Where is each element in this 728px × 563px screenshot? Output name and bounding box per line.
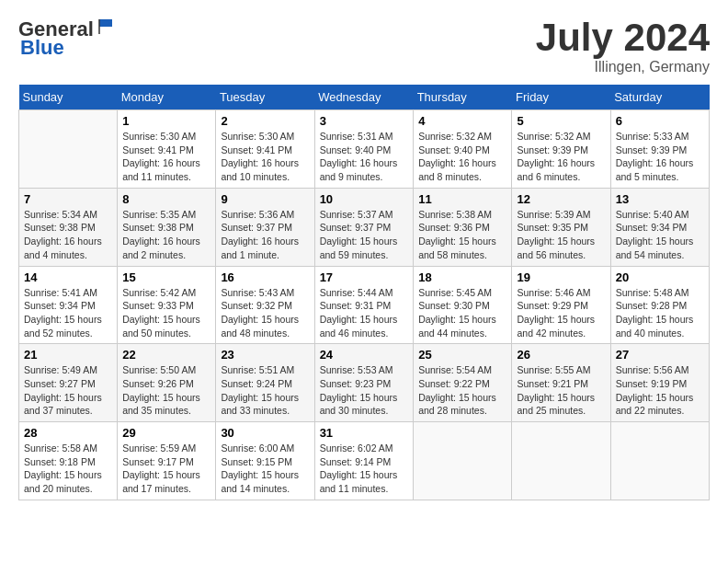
day-info: Sunrise: 5:32 AM Sunset: 9:39 PM Dayligh… <box>517 130 605 184</box>
day-number: 22 <box>122 348 210 362</box>
day-info: Sunrise: 5:46 AM Sunset: 9:29 PM Dayligh… <box>517 286 605 340</box>
column-header-saturday: Saturday <box>610 85 709 110</box>
day-info: Sunrise: 5:54 AM Sunset: 9:22 PM Dayligh… <box>418 363 506 418</box>
day-info: Sunrise: 5:43 AM Sunset: 9:32 PM Dayligh… <box>221 286 309 340</box>
calendar-cell: 31Sunrise: 6:02 AM Sunset: 9:14 PM Dayli… <box>314 422 414 500</box>
logo-flag-icon <box>97 17 114 34</box>
day-info: Sunrise: 5:36 AM Sunset: 9:37 PM Dayligh… <box>221 208 309 262</box>
day-number: 9 <box>221 192 309 206</box>
calendar-cell <box>19 110 118 189</box>
calendar-cell: 7Sunrise: 5:34 AM Sunset: 9:38 PM Daylig… <box>19 188 118 266</box>
calendar-cell: 6Sunrise: 5:33 AM Sunset: 9:39 PM Daylig… <box>610 110 709 189</box>
day-number: 1 <box>122 114 210 128</box>
day-number: 19 <box>517 270 605 284</box>
day-info: Sunrise: 5:37 AM Sunset: 9:37 PM Dayligh… <box>320 208 409 262</box>
day-info: Sunrise: 5:30 AM Sunset: 9:41 PM Dayligh… <box>122 130 210 184</box>
calendar-cell: 30Sunrise: 6:00 AM Sunset: 9:15 PM Dayli… <box>216 422 314 500</box>
day-number: 16 <box>221 270 309 284</box>
calendar-cell: 14Sunrise: 5:41 AM Sunset: 9:34 PM Dayli… <box>19 266 118 344</box>
calendar-cell: 17Sunrise: 5:44 AM Sunset: 9:31 PM Dayli… <box>314 266 414 344</box>
calendar-cell: 9Sunrise: 5:36 AM Sunset: 9:37 PM Daylig… <box>216 188 314 266</box>
calendar-cell: 15Sunrise: 5:42 AM Sunset: 9:33 PM Dayli… <box>118 266 216 344</box>
calendar-cell: 2Sunrise: 5:30 AM Sunset: 9:41 PM Daylig… <box>216 110 314 189</box>
day-number: 2 <box>221 114 309 128</box>
calendar-cell: 16Sunrise: 5:43 AM Sunset: 9:32 PM Dayli… <box>216 266 314 344</box>
calendar-table: SundayMondayTuesdayWednesdayThursdayFrid… <box>18 85 710 500</box>
day-number: 26 <box>517 348 605 362</box>
day-number: 29 <box>122 426 210 440</box>
week-row-3: 14Sunrise: 5:41 AM Sunset: 9:34 PM Dayli… <box>19 266 710 344</box>
day-info: Sunrise: 5:45 AM Sunset: 9:30 PM Dayligh… <box>418 286 506 340</box>
day-info: Sunrise: 5:41 AM Sunset: 9:34 PM Dayligh… <box>24 286 112 340</box>
day-info: Sunrise: 5:38 AM Sunset: 9:36 PM Dayligh… <box>418 208 506 262</box>
column-header-friday: Friday <box>512 85 610 110</box>
logo-blue: Blue <box>20 37 64 59</box>
calendar-cell <box>610 422 709 500</box>
calendar-cell: 23Sunrise: 5:51 AM Sunset: 9:24 PM Dayli… <box>216 344 314 422</box>
day-number: 10 <box>320 192 409 206</box>
day-info: Sunrise: 5:55 AM Sunset: 9:21 PM Dayligh… <box>517 363 605 418</box>
day-info: Sunrise: 6:00 AM Sunset: 9:15 PM Dayligh… <box>221 442 309 496</box>
calendar-cell: 26Sunrise: 5:55 AM Sunset: 9:21 PM Dayli… <box>512 344 610 422</box>
day-number: 6 <box>616 114 704 128</box>
week-row-2: 7Sunrise: 5:34 AM Sunset: 9:38 PM Daylig… <box>19 188 710 266</box>
day-number: 11 <box>418 192 506 206</box>
calendar-cell: 11Sunrise: 5:38 AM Sunset: 9:36 PM Dayli… <box>414 188 512 266</box>
day-number: 23 <box>221 348 309 362</box>
column-header-tuesday: Tuesday <box>216 85 314 110</box>
day-info: Sunrise: 5:50 AM Sunset: 9:26 PM Dayligh… <box>122 363 210 418</box>
week-row-4: 21Sunrise: 5:49 AM Sunset: 9:27 PM Dayli… <box>19 344 710 422</box>
day-info: Sunrise: 5:39 AM Sunset: 9:35 PM Dayligh… <box>517 208 605 262</box>
day-info: Sunrise: 5:59 AM Sunset: 9:17 PM Dayligh… <box>122 442 210 496</box>
calendar-cell <box>512 422 610 500</box>
logo: General Blue <box>18 18 114 59</box>
day-number: 27 <box>616 348 704 362</box>
calendar-header-row: SundayMondayTuesdayWednesdayThursdayFrid… <box>19 85 710 110</box>
calendar-cell <box>414 422 512 500</box>
calendar-cell: 19Sunrise: 5:46 AM Sunset: 9:29 PM Dayli… <box>512 266 610 344</box>
day-number: 24 <box>320 348 409 362</box>
week-row-5: 28Sunrise: 5:58 AM Sunset: 9:18 PM Dayli… <box>19 422 710 500</box>
calendar-cell: 12Sunrise: 5:39 AM Sunset: 9:35 PM Dayli… <box>512 188 610 266</box>
day-number: 15 <box>122 270 210 284</box>
day-info: Sunrise: 5:58 AM Sunset: 9:18 PM Dayligh… <box>24 442 112 496</box>
column-header-sunday: Sunday <box>19 85 118 110</box>
day-number: 20 <box>616 270 704 284</box>
day-number: 7 <box>24 192 112 206</box>
day-info: Sunrise: 5:31 AM Sunset: 9:40 PM Dayligh… <box>320 130 409 184</box>
day-number: 25 <box>418 348 506 362</box>
day-number: 31 <box>320 426 409 440</box>
day-number: 18 <box>418 270 506 284</box>
day-info: Sunrise: 5:32 AM Sunset: 9:40 PM Dayligh… <box>418 130 506 184</box>
calendar-cell: 4Sunrise: 5:32 AM Sunset: 9:40 PM Daylig… <box>414 110 512 189</box>
column-header-wednesday: Wednesday <box>314 85 414 110</box>
title-block: July 2024 Illingen, Germany <box>536 18 710 75</box>
calendar-cell: 13Sunrise: 5:40 AM Sunset: 9:34 PM Dayli… <box>610 188 709 266</box>
calendar-cell: 21Sunrise: 5:49 AM Sunset: 9:27 PM Dayli… <box>19 344 118 422</box>
day-info: Sunrise: 5:56 AM Sunset: 9:19 PM Dayligh… <box>616 363 704 418</box>
calendar-cell: 24Sunrise: 5:53 AM Sunset: 9:23 PM Dayli… <box>314 344 414 422</box>
day-info: Sunrise: 5:48 AM Sunset: 9:28 PM Dayligh… <box>616 286 704 340</box>
day-number: 13 <box>616 192 704 206</box>
day-number: 4 <box>418 114 506 128</box>
calendar-cell: 27Sunrise: 5:56 AM Sunset: 9:19 PM Dayli… <box>610 344 709 422</box>
calendar-cell: 10Sunrise: 5:37 AM Sunset: 9:37 PM Dayli… <box>314 188 414 266</box>
day-number: 3 <box>320 114 409 128</box>
column-header-thursday: Thursday <box>414 85 512 110</box>
week-row-1: 1Sunrise: 5:30 AM Sunset: 9:41 PM Daylig… <box>19 110 710 189</box>
calendar-cell: 1Sunrise: 5:30 AM Sunset: 9:41 PM Daylig… <box>118 110 216 189</box>
page-header: General Blue July 2024 Illingen, Germany <box>18 18 710 75</box>
day-number: 21 <box>24 348 112 362</box>
day-number: 12 <box>517 192 605 206</box>
day-info: Sunrise: 5:35 AM Sunset: 9:38 PM Dayligh… <box>122 208 210 262</box>
day-number: 30 <box>221 426 309 440</box>
day-info: Sunrise: 5:51 AM Sunset: 9:24 PM Dayligh… <box>221 363 309 418</box>
calendar-cell: 8Sunrise: 5:35 AM Sunset: 9:38 PM Daylig… <box>118 188 216 266</box>
location: Illingen, Germany <box>536 59 710 75</box>
calendar-cell: 28Sunrise: 5:58 AM Sunset: 9:18 PM Dayli… <box>19 422 118 500</box>
day-info: Sunrise: 5:34 AM Sunset: 9:38 PM Dayligh… <box>24 208 112 262</box>
day-info: Sunrise: 5:53 AM Sunset: 9:23 PM Dayligh… <box>320 363 409 418</box>
calendar-cell: 3Sunrise: 5:31 AM Sunset: 9:40 PM Daylig… <box>314 110 414 189</box>
day-number: 14 <box>24 270 112 284</box>
day-info: Sunrise: 6:02 AM Sunset: 9:14 PM Dayligh… <box>320 442 409 496</box>
